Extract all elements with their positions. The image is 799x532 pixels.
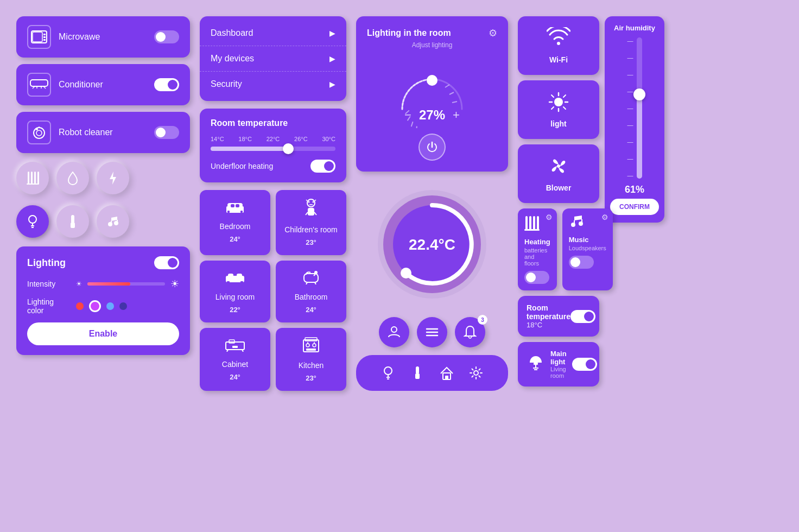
room-living[interactable]: Living room 22°	[200, 261, 270, 322]
gear-icon-heat[interactable]: ⚙	[546, 213, 553, 221]
room-temp-toggle[interactable]	[570, 310, 595, 323]
heating-widget: ⚙ Heating batteries and floors	[518, 208, 557, 290]
svg-rect-105	[529, 216, 531, 230]
lamp-icon	[527, 354, 545, 375]
icon-row-2	[16, 203, 190, 240]
room-kitchen[interactable]: Kitchen 23°	[276, 328, 346, 391]
music-sub: Loudspeakers	[569, 245, 606, 251]
bulb-btn[interactable]	[16, 205, 49, 238]
color-dark-blue[interactable]	[119, 302, 127, 310]
living-temp: 22°	[230, 306, 240, 314]
main-light-card: Main light Living room	[518, 342, 599, 387]
svg-point-12	[36, 128, 38, 130]
bottom-toolbar	[356, 355, 508, 391]
svg-rect-107	[537, 216, 539, 230]
room-bedroom[interactable]: Bedroom 24°	[200, 190, 270, 255]
profile-btn[interactable]	[379, 317, 409, 347]
bell-badge: 3	[478, 315, 487, 325]
room-bathroom[interactable]: Bathroom 24°	[276, 261, 346, 322]
fan-icon	[548, 155, 569, 179]
svg-rect-31	[227, 211, 230, 213]
cabinet-icon	[225, 337, 245, 356]
robot-cleaner-icon	[27, 121, 51, 144]
heat-music-row: ⚙ Heating batteries and floors	[518, 208, 599, 290]
lighting-room-subtitle: Adjust lighting	[367, 41, 497, 49]
menu-btn[interactable]	[417, 317, 447, 347]
music-toggle[interactable]	[569, 256, 594, 269]
plus-btn[interactable]: +	[453, 108, 460, 122]
underfloor-row: Underfloor heating	[211, 160, 335, 173]
color-blue[interactable]	[106, 302, 114, 310]
underfloor-toggle[interactable]	[310, 160, 335, 173]
water-btn[interactable]	[56, 162, 89, 194]
gear-icon-lighting[interactable]: ⚙	[489, 27, 497, 39]
nav-dashboard[interactable]: Dashboard ▶	[200, 21, 346, 46]
conditioner-toggle[interactable]	[154, 78, 179, 91]
underfloor-label: Underfloor heating	[211, 162, 273, 170]
svg-rect-47	[227, 281, 230, 283]
svg-line-67	[414, 126, 419, 128]
heating-btn[interactable]	[16, 162, 49, 194]
toolbar-settings[interactable]	[465, 362, 487, 384]
music-btn[interactable]	[97, 205, 129, 238]
toolbar-bulb[interactable]	[377, 362, 400, 384]
nav-arrow-devices: ▶	[329, 54, 335, 63]
gear-icon-music[interactable]: ⚙	[601, 213, 608, 221]
svg-line-51	[314, 274, 315, 276]
sun-small-icon: ☀	[76, 280, 82, 288]
svg-point-93	[557, 42, 560, 45]
svg-rect-45	[228, 274, 233, 279]
bell-btn[interactable]: 3	[455, 317, 485, 347]
nav-card: Dashboard ▶ My devices ▶ Security ▶	[200, 16, 346, 101]
svg-line-101	[563, 95, 566, 97]
svg-line-43	[314, 212, 316, 215]
brush-btn[interactable]	[56, 205, 89, 238]
color-label: Lighting color	[27, 297, 71, 315]
cabinet-name: Cabinet	[222, 360, 248, 369]
svg-rect-33	[231, 204, 234, 207]
svg-rect-23	[71, 215, 74, 224]
intensity-slider[interactable]	[87, 282, 165, 286]
color-red[interactable]	[76, 302, 84, 310]
svg-line-72	[445, 85, 449, 87]
heating-toggle[interactable]	[524, 271, 549, 284]
living-name: Living room	[215, 293, 255, 301]
bathroom-icon	[302, 269, 320, 288]
svg-rect-30	[227, 203, 243, 207]
robot-cleaner-toggle[interactable]	[154, 126, 179, 139]
microwave-card: Microvawe	[16, 16, 190, 58]
nav-security[interactable]: Security ▶	[200, 72, 346, 97]
toolbar-home[interactable]	[435, 362, 458, 384]
nav-my-devices[interactable]: My devices ▶	[200, 46, 346, 72]
lighting-title: Lighting	[27, 257, 66, 269]
svg-point-71	[427, 75, 437, 86]
svg-rect-18	[27, 183, 39, 185]
lighting-toggle[interactable]	[154, 256, 179, 269]
lighting-value: 27%	[419, 107, 445, 123]
svg-rect-108	[524, 229, 540, 231]
room-temp-widget: Room temperature 18°C	[518, 296, 599, 337]
confirm-button[interactable]: CONFIRM	[610, 199, 659, 215]
humidity-slider-track[interactable]	[637, 37, 642, 179]
power-button[interactable]	[418, 134, 446, 161]
kitchen-icon	[302, 337, 320, 357]
childrens-name: Children's room	[284, 225, 338, 234]
room-childrens[interactable]: Children's room 23°	[276, 190, 346, 255]
room-cabinet[interactable]: Cabinet 24°	[200, 328, 270, 391]
heating-title: Heating	[524, 238, 550, 246]
microwave-toggle[interactable]	[154, 30, 179, 43]
enable-button[interactable]: Enable	[27, 322, 179, 345]
temp-gauge-wrapper: 22.4°C	[356, 179, 508, 309]
svg-rect-46	[237, 274, 242, 279]
svg-point-19	[29, 216, 36, 223]
svg-point-61	[306, 344, 309, 347]
microwave-label: Microvawe	[59, 32, 147, 42]
svg-rect-14	[28, 172, 29, 185]
toolbar-brush[interactable]	[406, 362, 429, 384]
main-light-toggle[interactable]	[572, 358, 597, 371]
svg-line-100	[563, 107, 566, 109]
temp-slider[interactable]	[211, 147, 335, 151]
lightning-btn[interactable]	[97, 162, 129, 194]
minus-btn[interactable]: −	[404, 108, 411, 122]
color-purple[interactable]	[89, 300, 101, 312]
